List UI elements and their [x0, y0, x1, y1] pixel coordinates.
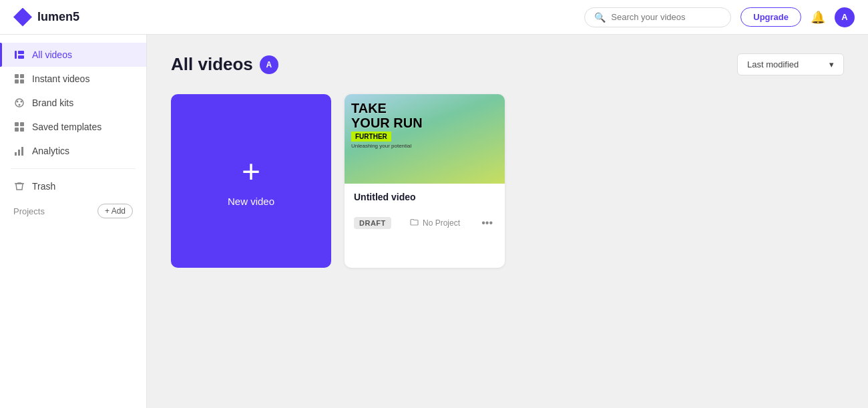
- topnav: lumen5 🔍 Upgrade 🔔 A: [0, 0, 868, 35]
- sidebar-label-saved-templates: Saved templates: [32, 122, 101, 132]
- sidebar-divider: [11, 168, 136, 169]
- project-label: No Project: [410, 218, 460, 228]
- video-title: Untitled video: [354, 192, 495, 202]
- main-layout: All videos Instant videos: [0, 35, 868, 408]
- plus-icon: +: [242, 156, 260, 188]
- status-badge: DRAFT: [354, 217, 391, 229]
- sidebar-label-all-videos: All videos: [32, 49, 72, 60]
- svg-rect-14: [20, 128, 24, 132]
- projects-label: Projects: [13, 206, 45, 216]
- sort-dropdown[interactable]: Last modified ▾: [737, 53, 844, 75]
- svg-rect-3: [15, 74, 19, 78]
- sidebar-label-brand-kits: Brand kits: [32, 97, 73, 108]
- bell-icon: 🔔: [811, 10, 825, 25]
- sidebar-label-analytics: Analytics: [32, 146, 69, 156]
- page-title: All videos: [171, 54, 253, 75]
- svg-rect-0: [15, 51, 17, 59]
- folder-icon: [410, 218, 419, 228]
- thumbnail-line-3: FURTHER: [351, 132, 391, 142]
- svg-rect-4: [20, 74, 24, 78]
- logo-text: lumen5: [37, 10, 79, 24]
- palette-icon: [13, 97, 25, 108]
- video-card-body: Untitled video: [345, 184, 505, 216]
- sidebar-item-all-videos[interactable]: All videos: [0, 43, 146, 67]
- content-area: All videos A Last modified ▾ + New video…: [147, 35, 868, 408]
- template-icon: [13, 122, 25, 132]
- svg-point-9: [21, 101, 23, 103]
- thumbnail-line-2: YOUR RUN: [351, 116, 498, 130]
- svg-rect-17: [21, 147, 23, 156]
- user-avatar: A: [260, 55, 278, 74]
- svg-rect-12: [20, 122, 24, 126]
- svg-rect-2: [18, 55, 24, 59]
- topnav-right: 🔍 Upgrade 🔔 A: [584, 7, 855, 27]
- sidebar-item-saved-templates[interactable]: Saved templates: [0, 115, 146, 139]
- search-input[interactable]: [611, 12, 721, 22]
- notifications-button[interactable]: 🔔: [811, 10, 825, 25]
- thumbnail-overlay: TAKE YOUR RUN FURTHER Unleashing your po…: [345, 94, 505, 184]
- logo-icon: [13, 8, 32, 27]
- svg-point-10: [19, 104, 21, 106]
- video-card[interactable]: TAKE YOUR RUN FURTHER Unleashing your po…: [345, 94, 505, 268]
- new-video-label: New video: [228, 196, 274, 207]
- analytics-icon: [13, 146, 25, 156]
- instant-icon: [13, 73, 25, 84]
- upgrade-button[interactable]: Upgrade: [740, 7, 801, 27]
- play-icon: [13, 49, 25, 60]
- sidebar: All videos Instant videos: [0, 35, 147, 408]
- svg-rect-15: [15, 152, 17, 156]
- thumbnail-background: TAKE YOUR RUN FURTHER Unleashing your po…: [345, 94, 505, 184]
- sidebar-item-brand-kits[interactable]: Brand kits: [0, 91, 146, 115]
- svg-rect-16: [18, 150, 20, 156]
- projects-header: Projects + Add: [0, 198, 146, 224]
- sidebar-item-instant-videos[interactable]: Instant videos: [0, 67, 146, 91]
- thumbnail-line-1: TAKE: [351, 101, 498, 116]
- svg-rect-5: [15, 79, 19, 83]
- svg-point-8: [17, 101, 19, 103]
- svg-rect-1: [18, 51, 24, 54]
- sort-label: Last modified: [747, 59, 799, 69]
- video-card-footer: DRAFT No Project •••: [345, 216, 505, 238]
- video-grid: + New video TAKE YOUR RUN FURTHER Unleas…: [171, 94, 844, 268]
- project-name: No Project: [423, 218, 460, 228]
- logo[interactable]: lumen5: [13, 8, 79, 27]
- sidebar-item-trash[interactable]: Trash: [0, 174, 146, 198]
- chevron-down-icon: ▾: [829, 59, 834, 69]
- new-video-card[interactable]: + New video: [171, 94, 331, 268]
- svg-rect-6: [20, 79, 24, 83]
- avatar[interactable]: A: [835, 7, 855, 27]
- content-header: All videos A Last modified ▾: [171, 53, 844, 75]
- trash-icon: [13, 181, 25, 192]
- sidebar-label-trash: Trash: [32, 181, 55, 192]
- svg-rect-13: [15, 128, 19, 132]
- sidebar-item-analytics[interactable]: Analytics: [0, 139, 146, 163]
- title-row: All videos A: [171, 54, 278, 75]
- thumbnail-subtext: Unleashing your potential: [351, 143, 498, 149]
- svg-rect-11: [15, 122, 19, 126]
- add-project-button[interactable]: + Add: [97, 204, 133, 218]
- video-thumbnail: TAKE YOUR RUN FURTHER Unleashing your po…: [345, 94, 505, 184]
- search-icon: 🔍: [594, 12, 606, 23]
- sidebar-label-instant-videos: Instant videos: [32, 73, 89, 84]
- search-bar[interactable]: 🔍: [584, 7, 731, 27]
- more-options-button[interactable]: •••: [479, 216, 495, 230]
